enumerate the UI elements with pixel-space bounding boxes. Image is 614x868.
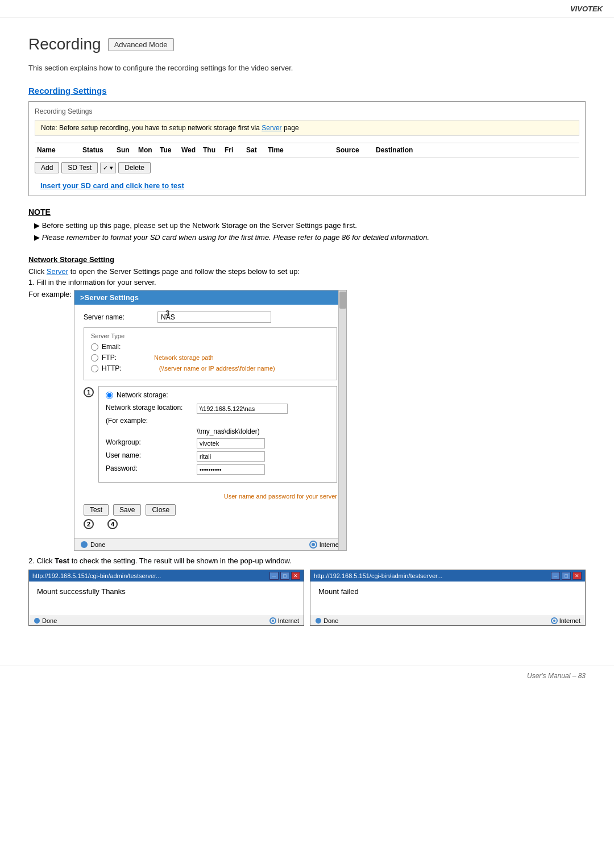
popup-success-close[interactable]: ✕ (291, 572, 300, 580)
col-tue: Tue (160, 146, 181, 154)
intro-text: This section explains how to configure t… (28, 64, 586, 72)
action-row: Add SD Test ✓ ▾ Delete (35, 162, 579, 173)
sd-test-link[interactable]: Insert your SD card and click here to te… (40, 181, 184, 190)
popup-done-icon (34, 617, 40, 624)
popup-success-titlebar: http://192.168.5.151/cgi-bin/admin/tests… (29, 570, 304, 582)
done-label: Done (90, 541, 105, 548)
network-path-label: Network storage path (154, 354, 214, 361)
password-label: Password: (106, 464, 197, 472)
server-settings-title: >Server Settings (74, 290, 346, 305)
col-status: Status (82, 146, 117, 154)
popup-fail-title-text: http://192.168.5.151/cgi-bin/admin/tests… (314, 572, 442, 579)
callout-user: User name and password for your server (84, 493, 337, 500)
location-label: Network storage location: (106, 404, 197, 412)
server-name-row: Server name: (84, 312, 337, 323)
close-button[interactable]: Close (146, 504, 176, 516)
table-header-row: Name Status Sun Mon Tue Wed Thu Fri Sat … (35, 143, 579, 157)
network-storage-text: Click Server to open the Server Settings… (28, 267, 586, 276)
box-title: Recording Settings (35, 107, 579, 115)
add-button[interactable]: Add (35, 162, 59, 173)
popup-fail-restore[interactable]: □ (562, 572, 571, 580)
server-type-title: Server Type (91, 333, 330, 339)
popup-internet-icon (269, 617, 276, 624)
col-sun: Sun (117, 146, 138, 154)
page-footer: User's Manual – 83 (0, 666, 614, 686)
popup-success: http://192.168.5.151/cgi-bin/admin/tests… (28, 570, 304, 626)
col-wed: Wed (181, 146, 203, 154)
delete-button[interactable]: Delete (118, 162, 151, 173)
example-value: \\my_nas\disk\folder) (197, 427, 260, 435)
col-name: Name (37, 146, 82, 154)
scrollbar[interactable] (338, 290, 346, 550)
password-input[interactable] (197, 464, 265, 475)
for-example-sub: (For example: (106, 417, 197, 425)
popup-fail-icons: ─ □ ✕ (551, 572, 582, 580)
test-button[interactable]: Test (84, 504, 109, 516)
recording-settings-heading: Recording Settings (28, 86, 586, 95)
example-value-row: \\my_nas\disk\folder) (106, 427, 330, 435)
note-title: NOTE (28, 207, 586, 217)
internet-label: Internet (320, 541, 341, 548)
test-bold: Test (55, 556, 69, 565)
col-destination: Destination (376, 146, 427, 154)
popup-success-internet: Internet (278, 617, 299, 624)
workgroup-input[interactable] (197, 438, 265, 448)
popup-fail-body: Mount failed (310, 582, 585, 616)
popup-fail-done: Done (323, 617, 338, 624)
network-storage-section: Network Storage Setting Click Server to … (28, 255, 586, 626)
username-input[interactable] (197, 451, 265, 462)
network-storage-radio[interactable] (106, 392, 113, 399)
popup-success-title-text: http://192.168.5.151/cgi-bin/admin/tests… (32, 572, 161, 579)
popup-success-statusbar: Done Internet (29, 616, 304, 625)
ftp-radio-row: FTP: Network storage path (91, 354, 330, 362)
network-storage-heading: Network Storage Setting (28, 255, 586, 264)
advanced-mode-badge[interactable]: Advanced Mode (108, 38, 174, 51)
step2-text: 2. Click Test to check the setting. The … (28, 556, 586, 565)
note-bar: Note: Before setup recording, you have t… (35, 120, 579, 136)
network-storage-sub: Network storage: Network storage locatio… (98, 386, 337, 483)
email-radio-row: Email: (91, 343, 330, 351)
sd-test-button[interactable]: SD Test (61, 162, 98, 173)
for-example-label: For example: (28, 290, 74, 298)
annotation-2: 2 (84, 519, 94, 529)
top-bar: VIVOTEK (0, 0, 614, 18)
server-status-bar: Done Internet (74, 538, 346, 550)
server-name-input[interactable] (157, 312, 271, 323)
svg-point-8 (553, 620, 555, 622)
col-sat: Sat (246, 146, 268, 154)
note-text: Note: Before setup recording, you have t… (41, 124, 260, 132)
popup-fail-internet: Internet (559, 617, 580, 624)
footer-text: User's Manual – 83 (527, 672, 586, 680)
note-section: NOTE ▶ Before setting up this page, plea… (28, 207, 586, 242)
col-source: Source (336, 146, 376, 154)
email-radio[interactable] (91, 343, 98, 351)
http-radio[interactable] (91, 365, 98, 372)
network-storage-label: Network storage: (117, 391, 168, 399)
popup-fail-text: Mount failed (318, 587, 359, 596)
popup-success-done: Done (42, 617, 57, 624)
col-thu: Thu (203, 146, 225, 154)
dropdown-arrow[interactable]: ✓ ▾ (100, 163, 116, 173)
svg-point-2 (312, 543, 315, 546)
ftp-radio[interactable] (91, 354, 98, 362)
server-type-box: Server Type Email: FTP: Network storage … (84, 327, 337, 380)
scrollbar-thumb[interactable] (339, 292, 346, 309)
location-input[interactable] (197, 404, 288, 414)
popup-fail-minimize[interactable]: ─ (551, 572, 560, 580)
popup-success-restore[interactable]: □ (280, 572, 289, 580)
internet-status: Internet (309, 541, 341, 549)
col-time: Time (268, 146, 336, 154)
svg-point-6 (316, 618, 321, 624)
popup-success-icons: ─ □ ✕ (269, 572, 300, 580)
done-status: Done (80, 541, 105, 549)
server-link[interactable]: Server (262, 124, 281, 132)
save-button[interactable]: Save (113, 504, 141, 516)
popup-fail: http://192.168.5.151/cgi-bin/admin/tests… (310, 570, 586, 626)
server-link-2[interactable]: Server (47, 267, 68, 276)
popup-fail-done-icon (315, 617, 322, 624)
popup-fail-close[interactable]: ✕ (572, 572, 582, 580)
popup-success-body: Mount successfully Thanks (29, 582, 304, 616)
step1-text: 1. Fill in the information for your serv… (28, 278, 586, 286)
page-title: Recording (28, 35, 101, 53)
popup-success-minimize[interactable]: ─ (269, 572, 279, 580)
